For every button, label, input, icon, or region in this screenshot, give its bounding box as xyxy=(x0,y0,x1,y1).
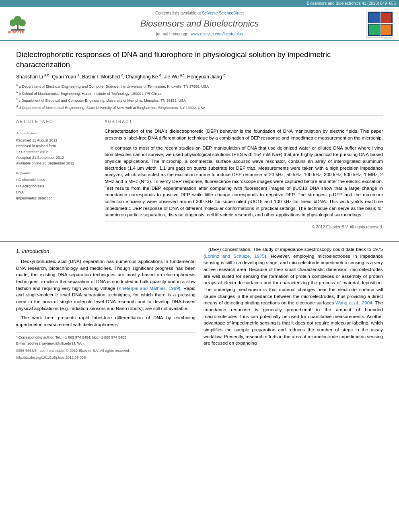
homepage-link[interactable]: www.elsevier.com/locate/bios xyxy=(191,32,243,36)
journal-homepage: journal homepage: www.elsevier.com/locat… xyxy=(45,31,354,37)
journal-citation: Biosensors and Bioelectronics 41 (2013) … xyxy=(307,1,396,6)
main-right-col: (DEP) concentration. The study of impeda… xyxy=(204,246,383,361)
main-content: 1. Introduction Deoxyribonucleic acid (D… xyxy=(0,241,399,369)
journal-logo-box xyxy=(366,10,394,38)
affiliation-a: a a Department of Electrical Engineering… xyxy=(16,83,383,90)
journal-logo-svg xyxy=(367,11,393,37)
svg-rect-7 xyxy=(369,13,380,23)
doi-line: http://dx.doi.org/10.1016/j.bios.2012.09… xyxy=(16,355,195,361)
article-history-received-revised-label: Received in revised form xyxy=(16,143,97,149)
article-info-column: ARTICLE INFO Article history: Received 1… xyxy=(16,119,97,230)
abstract-label: ABSTRACT xyxy=(105,119,383,125)
keywords-title: Keywords: xyxy=(16,170,97,176)
article-history-box: Article history: Received 11 August 2012… xyxy=(16,128,97,166)
keyword-3: DNA xyxy=(16,189,97,195)
main-two-col: 1. Introduction Deoxyribonucleic acid (D… xyxy=(16,246,383,361)
sciverse-line: Contents lists available at SciVerse Sci… xyxy=(45,10,354,16)
issn-line: 0956-5663/$ - see front matter © 2012 El… xyxy=(16,348,195,354)
article-history-title: Article history: xyxy=(16,131,97,136)
article-history-accepted: Accepted 21 September 2012 xyxy=(16,155,97,160)
introduction-heading: 1. Introduction xyxy=(16,248,195,255)
copyright-line: © 2012 Elsevier B.V. All rights reserved… xyxy=(105,222,383,230)
divider-top xyxy=(16,115,383,116)
top-bar: Biosensors and Bioelectronics 41 (2013) … xyxy=(0,0,399,7)
affiliation-b: b b School of Mechatronics Engineering, … xyxy=(16,90,383,97)
article-history-revised-date: 17 September 2012 xyxy=(16,149,97,155)
affiliations: a a Department of Electrical Engineering… xyxy=(16,83,383,111)
abstract-para2: In contrast to most of the recent studie… xyxy=(105,145,383,218)
paper-body: Dielectrophoretic responses of DNA and f… xyxy=(0,41,399,238)
journal-header-center: Contents lists available at SciVerse Sci… xyxy=(41,10,358,37)
article-history-received: Received 11 August 2012 xyxy=(16,138,97,143)
intro-para2: The work here presents rapid label-free … xyxy=(16,314,195,328)
abstract-text: Characterization of the DNA's dielectrop… xyxy=(105,128,383,218)
footnote-email: E-mail address: jaynewu@utk.edu (J. Wu). xyxy=(16,341,195,347)
svg-text:ELSEVIER: ELSEVIER xyxy=(8,31,24,34)
ref-wang[interactable]: Wang et al., 2004 xyxy=(335,300,372,305)
svg-rect-9 xyxy=(369,25,380,35)
elsevier-logo: ELSEVIER xyxy=(5,12,37,34)
paper-title: Dielectrophoretic responses of DNA and f… xyxy=(16,50,383,70)
affiliation-c: c c Department of Electrical and Compute… xyxy=(16,97,383,104)
svg-rect-10 xyxy=(381,25,391,35)
keyword-1: AC electrokinetics xyxy=(16,177,97,183)
ref-kheterpal[interactable]: Kheterpal and Mathies, 1999 xyxy=(119,286,179,291)
sciverse-link[interactable]: SciVerse ScienceDirect xyxy=(202,11,244,15)
main-left-col: 1. Introduction Deoxyribonucleic acid (D… xyxy=(16,246,195,361)
authors-line: Shanshan Li a,b, Quan Yuan a, Bashir I. … xyxy=(16,73,383,80)
article-info-label: ARTICLE INFO xyxy=(16,119,97,125)
abstract-column: ABSTRACT Characterization of the DNA's d… xyxy=(105,119,383,230)
journal-logo-area xyxy=(358,10,394,38)
section-number: 1. xyxy=(16,248,21,254)
svg-rect-8 xyxy=(381,13,391,23)
info-abstract-section: ARTICLE INFO Article history: Received 1… xyxy=(16,119,383,230)
footnote-section: * Corresponding author. Tel.: +1 865 974… xyxy=(16,332,195,361)
right-para1: (DEP) concentration. The study of impeda… xyxy=(204,246,383,347)
ref-lorenz[interactable]: Lorenz and Schulze, 1975 xyxy=(205,254,265,259)
journal-header: ELSEVIER Contents lists available at Sci… xyxy=(0,7,399,41)
abstract-para1: Characterization of the DNA's dielectrop… xyxy=(105,128,383,141)
journal-title: Biosensors and Bioelectronics xyxy=(45,18,354,30)
svg-point-2 xyxy=(10,19,16,27)
right-col-body: (DEP) concentration. The study of impeda… xyxy=(204,246,383,347)
introduction-body: Deoxyribonucleic acid (DNA) separation h… xyxy=(16,258,195,328)
elsevier-logo-area: ELSEVIER xyxy=(5,12,41,36)
svg-point-3 xyxy=(19,19,26,27)
keywords-section: Keywords: AC electrokinetics Dielectroph… xyxy=(16,170,97,202)
section-title: Introduction xyxy=(22,248,49,254)
intro-para1: Deoxyribonucleic acid (DNA) separation h… xyxy=(16,258,195,312)
article-history-online: Available online 28 September 2012 xyxy=(16,160,97,166)
keyword-4: Impedimetric detection xyxy=(16,195,97,201)
footnote-corresponding: * Corresponding author. Tel.: +1 865 974… xyxy=(16,335,195,341)
keyword-2: Dielectrophoresis xyxy=(16,183,97,189)
affiliation-d: d d Department of Mechanical Engineering… xyxy=(16,104,383,111)
